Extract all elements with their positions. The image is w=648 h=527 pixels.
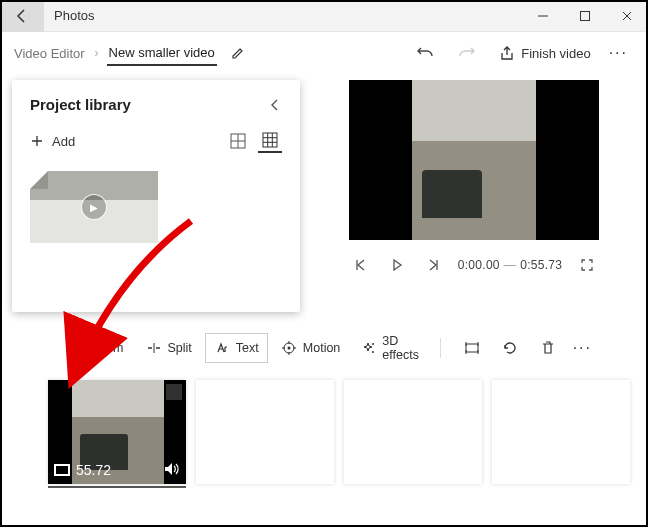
clip-select-checkbox[interactable] [166, 384, 182, 400]
svg-point-25 [372, 351, 374, 353]
library-clip-thumbnail[interactable]: ▶ [30, 171, 158, 243]
text-button[interactable]: Text [205, 333, 268, 363]
clip-selected-underline [48, 486, 186, 488]
used-clip-fold-icon [30, 171, 48, 189]
trim-icon [78, 341, 92, 355]
finish-video-button[interactable]: Finish video [491, 45, 598, 61]
toolbar-separator [440, 338, 441, 358]
total-time: 0:55.73 [520, 258, 562, 272]
svg-point-24 [372, 343, 374, 345]
pencil-icon [231, 46, 245, 60]
preview-pane: 0:00.00—0:55.73 [300, 74, 648, 318]
maximize-icon [579, 10, 591, 22]
grid-large-button[interactable] [226, 129, 250, 153]
undo-button[interactable] [407, 35, 443, 71]
svg-point-19 [287, 347, 290, 350]
grid-2x2-icon [230, 133, 246, 149]
split-icon [147, 341, 161, 355]
motion-icon [282, 341, 296, 355]
step-back-icon [354, 258, 368, 272]
redo-icon [458, 44, 476, 62]
svg-rect-26 [466, 344, 478, 352]
storyboard-clip[interactable]: 55.72 [48, 380, 186, 484]
minimize-button[interactable] [522, 0, 564, 32]
text-label: Text [236, 341, 259, 355]
toolbar-more-button[interactable]: ··· [569, 339, 600, 357]
edit-name-button[interactable] [223, 46, 253, 60]
preview-frame-image [412, 80, 536, 240]
trash-icon [540, 340, 556, 356]
split-button[interactable]: Split [137, 333, 201, 363]
clip-duration-value: 55.72 [76, 462, 111, 478]
export-icon [499, 45, 515, 61]
text-icon [215, 341, 229, 355]
fullscreen-button[interactable] [576, 254, 598, 276]
trim-button[interactable]: Trim [68, 333, 133, 363]
chevron-right-icon: › [93, 46, 101, 60]
play-button[interactable] [386, 254, 408, 276]
svg-rect-5 [263, 133, 277, 147]
rotate-icon [502, 340, 518, 356]
trim-label: Trim [99, 341, 124, 355]
storyboard: 55.72 [0, 372, 648, 484]
redo-button[interactable] [449, 35, 485, 71]
undo-icon [416, 44, 434, 62]
maximize-button[interactable] [564, 0, 606, 32]
sparkle-icon [362, 341, 376, 355]
resize-icon [464, 340, 480, 356]
split-label: Split [168, 341, 192, 355]
breadcrumb-root[interactable]: Video Editor [12, 42, 87, 65]
svg-rect-1 [581, 11, 590, 20]
more-button[interactable]: ··· [605, 44, 636, 62]
svg-rect-12 [80, 344, 90, 352]
storyboard-empty-slot[interactable] [344, 380, 482, 484]
motion-label: Motion [303, 341, 341, 355]
breadcrumb-project[interactable]: New smaller video [107, 41, 217, 66]
chevron-left-icon [268, 98, 282, 112]
3d-effects-label: 3D effects [382, 334, 421, 362]
video-preview[interactable] [349, 80, 599, 240]
resize-button[interactable] [455, 333, 489, 363]
clip-toolbar: Trim Split Text Motion 3D effects ··· [0, 324, 648, 372]
play-overlay-icon: ▶ [81, 194, 107, 220]
grid-3x3-icon [262, 132, 278, 148]
delete-button[interactable] [531, 333, 565, 363]
close-button[interactable] [606, 0, 648, 32]
grid-small-button[interactable] [258, 129, 282, 153]
minimize-icon [537, 10, 549, 22]
next-frame-button[interactable] [422, 254, 444, 276]
fullscreen-icon [580, 258, 594, 272]
finish-video-label: Finish video [521, 46, 590, 61]
breadcrumb-bar: Video Editor › New smaller video Finish … [0, 32, 648, 74]
close-icon [621, 10, 633, 22]
add-label: Add [52, 134, 75, 149]
title-bar: Photos [0, 0, 648, 32]
storyboard-empty-slot[interactable] [492, 380, 630, 484]
project-library-title: Project library [30, 96, 131, 113]
transport-controls: 0:00.00—0:55.73 [350, 254, 599, 276]
speaker-icon [162, 460, 180, 478]
app-title: Photos [44, 8, 522, 23]
project-library-panel: Project library Add [12, 80, 300, 312]
clip-audio-button[interactable] [162, 460, 180, 478]
motion-button[interactable]: Motion [272, 333, 350, 363]
arrow-left-icon [14, 8, 30, 24]
add-media-button[interactable]: Add [30, 134, 75, 149]
clip-duration[interactable]: 55.72 [54, 462, 111, 478]
step-forward-icon [426, 258, 440, 272]
back-button[interactable] [0, 0, 44, 32]
storyboard-empty-slot[interactable] [196, 380, 334, 484]
collapse-library-button[interactable] [268, 98, 282, 112]
time-display: 0:00.00—0:55.73 [458, 258, 563, 272]
3d-effects-button[interactable]: 3D effects [353, 327, 430, 369]
prev-frame-button[interactable] [350, 254, 372, 276]
play-icon [390, 258, 404, 272]
current-time: 0:00.00 [458, 258, 500, 272]
plus-icon [30, 134, 44, 148]
main-area: Project library Add [0, 74, 648, 318]
rotate-button[interactable] [493, 333, 527, 363]
duration-icon [54, 464, 70, 476]
